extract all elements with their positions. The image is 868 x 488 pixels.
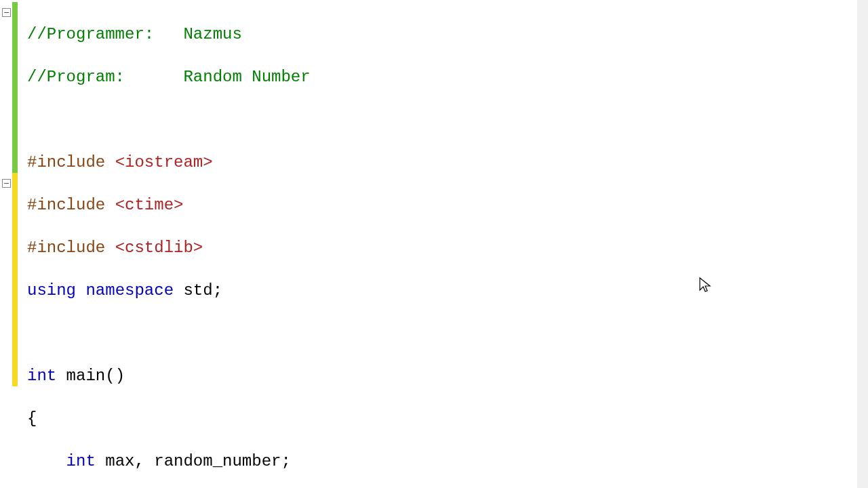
fold-toggle-icon[interactable] [2, 179, 11, 188]
code-header: <cstdlib> [115, 239, 203, 257]
code-preprocessor: #include [27, 196, 115, 214]
code-editor[interactable]: //Programmer: Nazmus //Program: Random N… [18, 0, 868, 488]
fold-toggle-icon[interactable] [2, 8, 11, 17]
code-preprocessor: #include [27, 153, 115, 171]
code-text: main() [56, 367, 125, 385]
code-text: std; [174, 281, 222, 300]
fold-gutter [0, 0, 12, 488]
code-header: <iostream> [115, 153, 213, 171]
code-text: { [27, 409, 37, 428]
change-marker-bar [12, 0, 18, 488]
code-keyword: int [66, 452, 96, 470]
code-preprocessor: #include [27, 239, 115, 257]
code-comment: //Programmer: Nazmus [27, 25, 242, 43]
code-keyword: int [27, 367, 56, 385]
code-text [27, 452, 66, 470]
code-text: max, random_number; [96, 452, 291, 470]
code-comment: //Program: Random Number [27, 68, 311, 86]
code-keyword: using [27, 281, 76, 300]
vertical-scrollbar[interactable] [857, 0, 868, 488]
code-keyword: namespace [85, 281, 174, 300]
code-header: <ctime> [115, 196, 184, 214]
